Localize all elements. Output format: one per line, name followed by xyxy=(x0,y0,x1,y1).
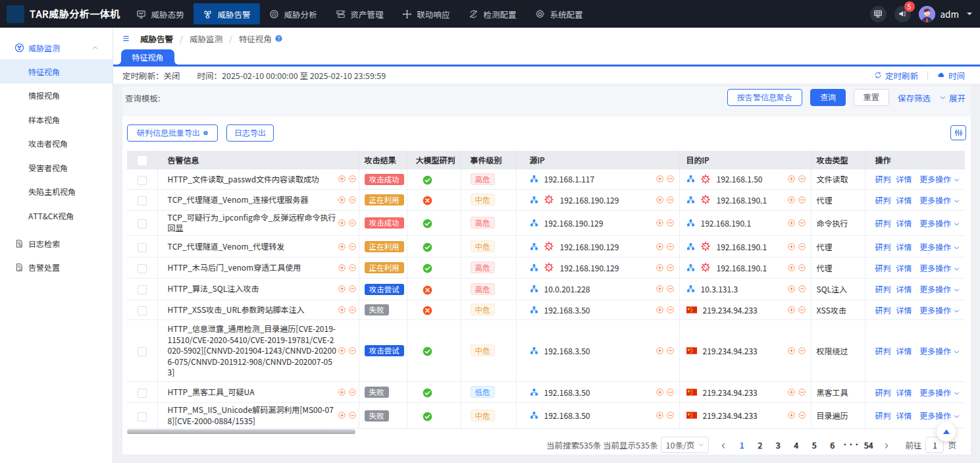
topnav-item[interactable]: 检测配置 xyxy=(459,3,526,24)
add-filter-icon[interactable] xyxy=(338,285,346,292)
user-caret-down-icon[interactable] xyxy=(967,13,972,18)
add-filter-icon[interactable] xyxy=(788,175,795,182)
horizontal-scrollbar-thumb[interactable] xyxy=(127,429,355,434)
page-number[interactable]: 5 xyxy=(805,439,823,451)
prev-page-button[interactable] xyxy=(714,439,733,451)
more-actions-link[interactable]: 更多操作 xyxy=(919,410,951,421)
add-filter-icon[interactable] xyxy=(788,306,795,313)
add-filter-icon[interactable] xyxy=(656,412,663,419)
timed-refresh-button[interactable]: 定时刷新 xyxy=(874,69,918,82)
avatar[interactable] xyxy=(919,6,935,22)
screen-wall-button[interactable] xyxy=(870,6,887,22)
collapse-menu-icon[interactable] xyxy=(122,35,130,42)
sidebar-item[interactable]: 样本视角 xyxy=(0,107,113,132)
add-filter-icon[interactable] xyxy=(656,219,663,227)
exclude-filter-icon[interactable] xyxy=(667,264,674,271)
sidebar-item[interactable]: ATT&CK视角 xyxy=(0,204,113,228)
row-checkbox[interactable] xyxy=(138,306,147,315)
export-log-button[interactable]: 日志导出 xyxy=(226,124,274,142)
judge-link[interactable]: 研判 xyxy=(875,217,891,229)
exclude-filter-icon[interactable] xyxy=(349,243,356,250)
add-filter-icon[interactable] xyxy=(656,306,663,313)
more-actions-link[interactable]: 更多操作 xyxy=(919,304,951,315)
page-number[interactable]: 6 xyxy=(823,439,842,451)
detail-link[interactable]: 详情 xyxy=(896,410,912,421)
exclude-filter-icon[interactable] xyxy=(349,306,356,313)
add-filter-icon[interactable] xyxy=(656,196,663,204)
judge-link[interactable]: 研判 xyxy=(875,410,891,421)
add-filter-icon[interactable] xyxy=(656,347,663,354)
detail-link[interactable]: 详情 xyxy=(896,194,912,205)
exclude-filter-icon[interactable] xyxy=(798,219,806,227)
exclude-filter-icon[interactable] xyxy=(798,285,806,292)
exclude-filter-icon[interactable] xyxy=(798,389,806,396)
row-checkbox[interactable] xyxy=(138,219,147,229)
topnav-item[interactable]: 系统配置 xyxy=(526,3,592,24)
column-settings-button[interactable] xyxy=(950,125,966,140)
row-checkbox[interactable] xyxy=(138,285,147,294)
page-number[interactable]: 1 xyxy=(733,439,751,451)
detail-link[interactable]: 详情 xyxy=(896,387,912,398)
add-filter-icon[interactable] xyxy=(338,219,346,227)
page-number[interactable]: 4 xyxy=(787,439,806,451)
breadcrumb-item-alert[interactable]: 威胁告警 xyxy=(140,32,173,45)
add-filter-icon[interactable] xyxy=(656,243,663,250)
more-actions-link[interactable]: 更多操作 xyxy=(919,241,951,252)
sidebar-item[interactable]: 受害者视角 xyxy=(0,155,113,180)
add-filter-icon[interactable] xyxy=(338,412,346,419)
judge-link[interactable]: 研判 xyxy=(875,241,891,252)
more-actions-link[interactable]: 更多操作 xyxy=(919,387,951,398)
sidebar-item[interactable]: 情报视角 xyxy=(0,84,113,108)
exclude-filter-icon[interactable] xyxy=(667,219,674,227)
add-filter-icon[interactable] xyxy=(656,285,663,292)
add-filter-icon[interactable] xyxy=(788,285,795,292)
add-filter-icon[interactable] xyxy=(338,347,346,354)
topnav-item[interactable]: 威胁态势 xyxy=(127,3,193,24)
add-filter-icon[interactable] xyxy=(788,389,795,396)
sidebar-group-threat-monitor[interactable]: 威胁监测 xyxy=(0,36,113,59)
add-filter-icon[interactable] xyxy=(788,412,795,419)
aggregate-button[interactable]: 按告警信息聚合 xyxy=(727,89,802,106)
save-filter-link[interactable]: 保存筛选 xyxy=(898,92,931,104)
judge-link[interactable]: 研判 xyxy=(875,387,891,398)
add-filter-icon[interactable] xyxy=(788,347,795,354)
row-checkbox[interactable] xyxy=(138,196,147,205)
row-checkbox[interactable] xyxy=(138,176,147,185)
row-checkbox[interactable] xyxy=(138,243,147,252)
page-number[interactable]: 54 xyxy=(860,439,878,451)
row-checkbox[interactable] xyxy=(138,389,147,398)
add-filter-icon[interactable] xyxy=(656,175,663,182)
exclude-filter-icon[interactable] xyxy=(667,389,674,396)
exclude-filter-icon[interactable] xyxy=(798,306,806,313)
more-actions-link[interactable]: 更多操作 xyxy=(919,173,951,184)
judge-link[interactable]: 研判 xyxy=(875,304,891,315)
row-checkbox[interactable] xyxy=(138,264,147,273)
judge-link[interactable]: 研判 xyxy=(875,173,891,184)
exclude-filter-icon[interactable] xyxy=(349,412,356,419)
export-judgement-button[interactable]: 研判信息批量导出 xyxy=(127,124,218,142)
more-actions-link[interactable]: 更多操作 xyxy=(919,345,951,356)
exclude-filter-icon[interactable] xyxy=(798,243,806,250)
exclude-filter-icon[interactable] xyxy=(349,389,356,396)
page-number[interactable]: 3 xyxy=(769,439,787,451)
judge-link[interactable]: 研判 xyxy=(875,345,891,356)
exclude-filter-icon[interactable] xyxy=(349,285,356,292)
notification-button[interactable]: 5 xyxy=(894,6,911,22)
topnav-item[interactable]: 威胁分析 xyxy=(260,3,326,24)
exclude-filter-icon[interactable] xyxy=(798,412,806,419)
exclude-filter-icon[interactable] xyxy=(667,412,674,419)
add-filter-icon[interactable] xyxy=(788,264,795,271)
more-actions-link[interactable]: 更多操作 xyxy=(919,283,951,294)
exclude-filter-icon[interactable] xyxy=(798,175,806,182)
tab-feature-view[interactable]: 特征视角 xyxy=(121,49,174,65)
exclude-filter-icon[interactable] xyxy=(349,347,356,354)
judge-link[interactable]: 研判 xyxy=(875,262,891,273)
exclude-filter-icon[interactable] xyxy=(349,264,356,271)
add-filter-icon[interactable] xyxy=(788,243,795,250)
exclude-filter-icon[interactable] xyxy=(798,196,806,204)
exclude-filter-icon[interactable] xyxy=(798,347,806,354)
breadcrumb-item-view[interactable]: 特征视角 xyxy=(239,32,272,45)
more-actions-link[interactable]: 更多操作 xyxy=(919,194,951,205)
sidebar-item[interactable]: 攻击者视角 xyxy=(0,132,113,156)
select-all-checkbox[interactable] xyxy=(138,156,147,165)
